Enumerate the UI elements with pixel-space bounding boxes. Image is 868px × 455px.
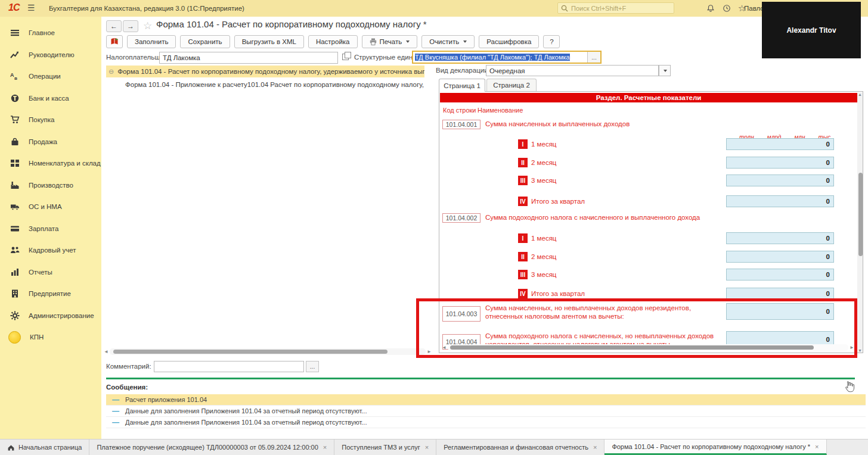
message-row[interactable]: — Данные для заполнения Приложения 101.0… — [106, 406, 866, 417]
month-row-label: 2 месяц — [531, 159, 556, 166]
tree-item-appendix-101-04[interactable]: Форма 101.04 - Приложение к расчету101.0… — [106, 79, 424, 91]
amount-input[interactable]: 0 — [726, 288, 834, 300]
scrollbar-thumb[interactable] — [858, 173, 863, 256]
sidebar-item-salary[interactable]: Зарплата — [0, 218, 101, 240]
settings-button[interactable]: Настройка — [308, 35, 358, 48]
report-icon-button[interactable] — [106, 35, 123, 48]
month-row-label: 2 месяц — [531, 253, 556, 260]
sidebar-item-fixed-assets[interactable]: ОС и НМА — [0, 196, 101, 218]
close-icon[interactable]: × — [593, 444, 597, 451]
search-placeholder: Поиск Ctrl+Shift+F — [571, 5, 626, 12]
taxpayer-input[interactable]: ТД Лакомка — [159, 52, 338, 64]
help-button[interactable]: ? — [543, 35, 560, 48]
collapse-minus-icon[interactable]: ⊖ — [108, 68, 114, 76]
sidebar-item-label: ОС и НМА — [29, 203, 62, 210]
sidebar-item-administration[interactable]: Администрирование — [0, 305, 101, 327]
scroll-left-icon[interactable]: ◄ — [104, 349, 108, 354]
help-button-label: ? — [550, 38, 553, 45]
roman-numeral-badge: IV — [518, 197, 528, 206]
scroll-down-icon[interactable]: ▼ — [858, 348, 862, 353]
scrollbar-thumb[interactable] — [113, 350, 388, 354]
tree-horizontal-scrollbar[interactable]: ◄ ► — [110, 348, 426, 355]
structural-units-input[interactable]: ТД Вкусняшка (филиал "ТД Лакомка"); ТД Л… — [412, 51, 602, 64]
factory-icon — [10, 180, 20, 190]
structural-units-ellipsis-button[interactable]: ... — [587, 52, 600, 63]
scroll-right-icon[interactable]: ► — [850, 345, 854, 350]
scroll-left-icon[interactable]: ◄ — [442, 345, 447, 350]
amount-input[interactable]: 0 — [726, 232, 834, 244]
history-clock-icon[interactable] — [721, 3, 731, 13]
taskbar-tab-receipts[interactable]: Поступления ТМЗ и услуг × — [334, 440, 436, 455]
amount-input[interactable]: 0 — [726, 303, 834, 320]
amount-input[interactable]: 0 — [726, 195, 834, 207]
taskbar-tab-form-101-04[interactable]: Форма 101.04 - Расчет по корпоративному … — [604, 440, 826, 455]
amount-input[interactable]: 0 — [726, 251, 834, 263]
report-horizontal-scrollbar[interactable]: ◄ ► — [448, 344, 848, 351]
close-icon[interactable]: × — [323, 444, 327, 451]
message-row[interactable]: — Расчет приложения 101.04 — [106, 394, 866, 406]
tree-item-form-101-04[interactable]: ⊖ Форма 101.04 - Расчет по корпоративном… — [106, 66, 424, 77]
sidebar-item-bank-cash[interactable]: Банк и касса — [0, 88, 101, 110]
sidebar-item-label: Продажа — [29, 138, 57, 145]
tab-page-2[interactable]: Страница 2 — [486, 79, 537, 92]
declaration-type-combo[interactable]: Очередная — [486, 65, 659, 76]
declaration-type-dropdown-button[interactable] — [659, 65, 671, 76]
fill-button[interactable]: Заполнить — [127, 35, 176, 48]
favorite-star-icon[interactable]: ☆ — [143, 20, 152, 32]
comment-input[interactable] — [154, 361, 304, 372]
message-row[interactable]: — Данные для заполнения Приложения 101.0… — [106, 417, 866, 428]
scrollbar-thumb[interactable] — [450, 345, 814, 350]
report-vertical-scrollbar[interactable]: ▲ ▼ — [857, 92, 863, 353]
sidebar-item-production[interactable]: Производство — [0, 174, 101, 197]
amount-input[interactable]: 0 — [726, 269, 834, 281]
amount-input[interactable]: 0 — [726, 174, 834, 186]
sidebar-item-main[interactable]: Главное — [0, 22, 101, 44]
sidebar-item-reports[interactable]: Отчеты — [0, 261, 101, 283]
sidebar-item-operations[interactable]: Aв Операции — [0, 66, 101, 88]
comment-ellipsis-button[interactable]: ... — [306, 361, 319, 372]
sidebar-item-nomenclature[interactable]: Номенклатура и склад — [0, 152, 101, 174]
report-table: Раздел. Расчетные показатели Код строки … — [439, 91, 863, 353]
taskbar-tab-regulated-reporting[interactable]: Регламентированная и финансовая отчетнос… — [436, 440, 604, 455]
close-icon[interactable]: × — [425, 444, 429, 451]
row-code: 101.04.001 — [442, 120, 480, 129]
truck-icon — [10, 202, 20, 211]
chevron-down-icon — [406, 40, 410, 43]
barchart-icon — [10, 267, 20, 277]
sidebar-item-purchase[interactable]: Покупка — [0, 109, 101, 131]
open-link-icon[interactable] — [342, 54, 349, 60]
save-button[interactable]: Сохранить — [180, 35, 230, 48]
month-row-label: 3 месяц — [531, 271, 556, 278]
people-icon — [10, 245, 20, 255]
sidebar-item-kpn[interactable]: КПН — [0, 326, 101, 348]
amount-input[interactable]: 0 — [726, 157, 834, 169]
decipher-button[interactable]: Расшифровка — [479, 35, 539, 48]
notifications-bell-icon[interactable] — [705, 3, 715, 13]
taskbar-home-tab[interactable]: Начальная страница — [0, 440, 89, 455]
forward-button[interactable]: → — [123, 20, 138, 32]
scroll-up-icon[interactable]: ▲ — [858, 92, 862, 96]
scroll-right-icon[interactable]: ► — [427, 349, 432, 354]
print-button[interactable]: Печать — [362, 35, 418, 48]
back-button[interactable]: ← — [106, 20, 122, 32]
taskbar-tab-label: Форма 101.04 - Расчет по корпоративному … — [612, 443, 810, 450]
taskbar-tab-payment-order[interactable]: Платежное поручение (исходящее) ТДЛ00000… — [89, 440, 334, 455]
main-menu-icon[interactable]: ☰ — [27, 3, 35, 13]
sidebar-item-manager[interactable]: Руководителю — [0, 44, 101, 66]
webcam-participant-name: Alexandr Titov — [786, 26, 836, 35]
message-dash-icon: — — [112, 395, 119, 404]
operations-icon: Aв — [10, 71, 20, 81]
sidebar-item-label: Отчеты — [29, 269, 52, 276]
close-icon[interactable]: × — [815, 443, 819, 450]
amount-input[interactable]: 0 — [726, 138, 834, 150]
building-icon — [10, 289, 20, 298]
global-search-input[interactable]: Поиск Ctrl+Shift+F — [557, 2, 674, 14]
sidebar-item-sales[interactable]: Продажа — [0, 131, 101, 153]
tab-page-1[interactable]: Страница 1 — [439, 79, 485, 92]
save-button-label: Сохранить — [188, 38, 222, 45]
month-row-label: 1 месяц — [531, 141, 556, 148]
clear-button[interactable]: Очистить — [421, 35, 475, 48]
sidebar-item-enterprise[interactable]: Предприятие — [0, 283, 101, 305]
sidebar-item-hr[interactable]: Кадровый учет — [0, 239, 101, 261]
export-xml-button[interactable]: Выгрузить в XML — [234, 35, 304, 48]
